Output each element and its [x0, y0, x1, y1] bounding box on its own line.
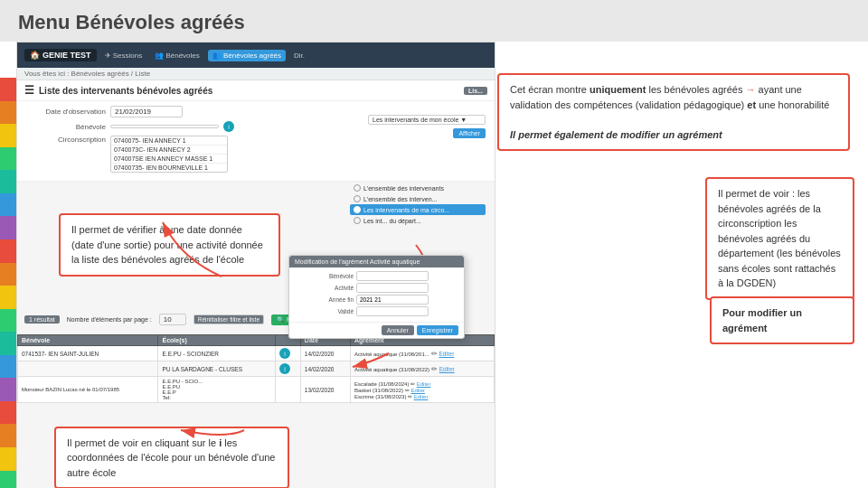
agrement-modal: Modification de l'agrément Activité aqua…: [288, 255, 465, 339]
benevole-info-icon[interactable]: i: [223, 121, 234, 132]
radio-dot-2: [354, 195, 361, 202]
col-benevole: Bénévole: [18, 335, 158, 346]
benevoles-table: Bénévole École(s) Date Agrément 0741537-…: [17, 334, 495, 403]
tooltip-mid-right-text: Il permet de voir : les bénévoles agréés…: [718, 186, 842, 291]
radio-item-3[interactable]: Les intervenants de ma circo...: [350, 204, 486, 215]
mock-navbar: 🏠 GENIE TEST ✈ Sessions 👥 Bénévoles 👥 Bé…: [17, 42, 495, 68]
tooltip-mid-right: Il permet de voir : les bénévoles agréés…: [705, 177, 854, 300]
edit-link-2[interactable]: Editer: [439, 366, 455, 372]
modal-save-btn[interactable]: Enregistrer: [417, 325, 458, 335]
table-row: Monsieur BAZIN Lucas né le 01/07/1985 E.…: [18, 377, 495, 403]
color-squares: [0, 78, 16, 488]
cell-benevole-3: Monsieur BAZIN Lucas né le 01/07/1985: [18, 377, 158, 403]
mock-breadcrumb: Vous êtes ici : Bénévoles agréés / Liste: [17, 68, 495, 80]
modal-row-annee: Année fin: [295, 295, 458, 305]
circ-item-1[interactable]: 0740075- IEN ANNECY 1: [111, 136, 227, 145]
modal-footer: Annuler Enregistrer: [289, 322, 464, 338]
radio-label-4: Les int... du départ...: [363, 218, 421, 224]
radio-item-1[interactable]: L'ensemble des intervenants: [350, 183, 486, 193]
modal-activite-input[interactable]: [356, 283, 429, 293]
cell-date: 14/02/2020: [300, 361, 350, 377]
nav-sessions: ✈ Sessions: [100, 50, 147, 61]
mock-form: Date d'observation 21/02/2019 Bénévole i…: [17, 101, 495, 182]
cell-info-3: [275, 377, 300, 403]
tooltip-main-text: Cet écran montre uniquement les bénévole…: [510, 82, 837, 112]
circonscription-listbox[interactable]: 0740075- IEN ANNECY 1 0740073C- IEN ANNE…: [110, 136, 228, 173]
section-header: ☰ Liste des intervenants bénévoles agréé…: [17, 80, 495, 101]
radio-label-2: L'ensemble des interven...: [363, 196, 438, 202]
page-title: Menu Bénévoles agréés: [18, 11, 850, 34]
benevoles-agrees-label: 👥 Bénévoles agréés: [212, 52, 281, 60]
modal-row-activite: Activité: [295, 283, 458, 293]
edit-link-3a[interactable]: Editer: [417, 381, 431, 387]
cell-ecole: PU LA SARDAGNE - CLUSES: [158, 361, 275, 377]
circonscription-row: Circonscription 0740075- IEN ANNECY 1 07…: [24, 136, 487, 173]
cell-date: 14/02/2020: [300, 346, 350, 361]
section-title: Liste des intervenants bénévoles agréés: [39, 86, 212, 96]
sessions-label: ✈ Sessions: [105, 52, 143, 60]
nav-brand: 🏠 GENIE TEST: [24, 49, 97, 61]
radio-dot-4: [354, 217, 361, 224]
nav-dir: Dir.: [289, 50, 309, 61]
tooltip-bottom-left: Il permet de voir en cliquant sur le i l…: [54, 427, 289, 489]
edit-icon-2: ✏: [431, 365, 438, 373]
circ-item-2[interactable]: 0740073C- IEN ANNECY 2: [111, 145, 227, 155]
benevoles-label: 👥 Bénévoles: [155, 52, 200, 60]
circ-item-4[interactable]: 07400735- IEN BOURNEVILLE 1: [111, 164, 227, 172]
modal-annee-input[interactable]: [356, 295, 429, 305]
dir-label: Dir.: [294, 52, 305, 60]
radio-item-2[interactable]: L'ensemble des interven...: [350, 193, 486, 204]
mock-controls: Les intervenants de mon école ▼ Afficher: [368, 115, 486, 138]
tooltip-bottom-left-text: Il permet de voir en cliquant sur le i l…: [67, 436, 277, 481]
row-info-icon[interactable]: i: [279, 348, 290, 359]
cell-benevole: [18, 361, 158, 377]
cell-agrement-3: Escalade (31/08/2024) ✏ Editer Basket (3…: [351, 377, 495, 403]
cell-ecole: E.E.PU - SCIONZIER: [158, 346, 275, 361]
cell-info[interactable]: i: [275, 346, 300, 361]
list-btn[interactable]: Lis...: [464, 87, 487, 95]
edit-link-3b[interactable]: Editer: [410, 388, 425, 393]
modal-valide-label: Validé: [295, 308, 354, 314]
modal-valide-input[interactable]: [356, 306, 429, 316]
edit-link[interactable]: Editer: [439, 351, 454, 357]
benevole-label: Bénévole: [24, 123, 106, 131]
per-page-input[interactable]: 10: [159, 314, 186, 325]
date-label: Date d'observation: [24, 108, 106, 116]
cell-info[interactable]: i: [275, 361, 300, 377]
nav-benevoles-agrees[interactable]: 👥 Bénévoles agréés: [208, 50, 286, 61]
title-bar: Menu Bénévoles agréés: [0, 0, 868, 42]
modal-row-valide: Validé: [295, 306, 458, 316]
benevole-input[interactable]: [110, 125, 219, 128]
afficher-btn[interactable]: Afficher: [453, 128, 486, 138]
modal-row-benevole: Bénévole: [295, 271, 458, 281]
radio-dot-1: [354, 184, 361, 192]
radio-item-4[interactable]: Les int... du départ...: [350, 215, 486, 226]
modal-benevole-input[interactable]: [356, 271, 429, 281]
date-input[interactable]: 21/02/2019: [110, 106, 183, 117]
modal-cancel-btn[interactable]: Annuler: [382, 325, 414, 335]
list-icon: ☰: [24, 84, 34, 97]
tooltip-mid-left-text: Il permet de vérifier à une date donnée …: [71, 222, 268, 267]
home-icon: 🏠: [30, 51, 40, 60]
radio-label-3: Les intervenants de ma circo...: [363, 207, 449, 213]
nav-benevoles: 👥 Bénévoles: [150, 50, 204, 61]
edit-link-3c[interactable]: Editer: [414, 394, 429, 399]
circ-item-3[interactable]: 074007SE IEN ANNECY MASSE 1: [111, 155, 227, 164]
tooltip-sub-text: Il permet également de modifier un agrém…: [510, 127, 837, 143]
table-row: 0741537- IEN SAINT-JULIEN E.E.PU - SCION…: [18, 346, 495, 361]
tooltip-bottom-right: Pour modifier un agrément: [710, 296, 854, 344]
radio-dot-3: [354, 206, 361, 213]
tooltip-top-right: Cet écran montre uniquement les bénévole…: [497, 73, 850, 151]
brand-label: GENIE TEST: [42, 51, 91, 60]
scope-select[interactable]: Les intervenants de mon école ▼: [368, 115, 486, 125]
row-info-icon[interactable]: i: [279, 363, 290, 374]
modal-title: Modification de l'agrément Activité aqua…: [295, 258, 420, 265]
table-row: PU LA SARDAGNE - CLUSES i 14/02/2020 Act…: [18, 361, 495, 377]
breadcrumb-text: Vous êtes ici : Bénévoles agréés / Liste: [24, 70, 150, 78]
result-count: 1 résultat: [24, 315, 60, 324]
modal-header: Modification de l'agrément Activité aqua…: [289, 256, 464, 267]
per-page-label: Nombre d'éléments par page :: [67, 316, 152, 323]
modal-benevole-label: Bénévole: [295, 273, 354, 279]
modal-annee-label: Année fin: [295, 296, 354, 303]
reset-filter-btn[interactable]: Réinitialiser filtre et liste: [193, 314, 264, 324]
